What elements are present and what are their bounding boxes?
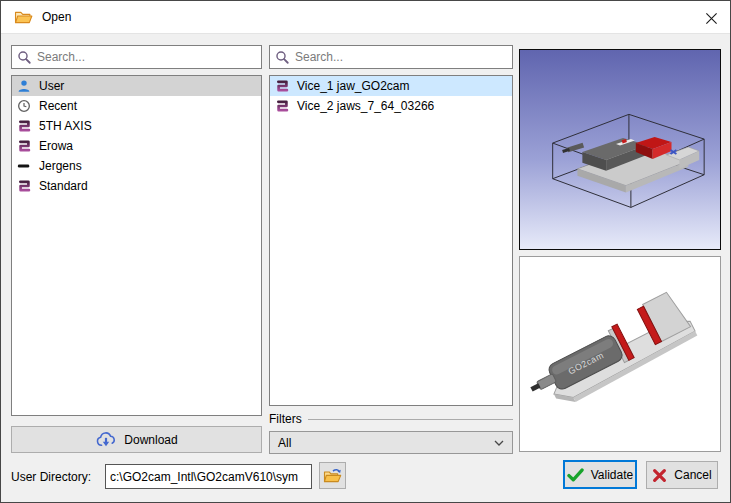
sidebar-item-erowa[interactable]: Erowa <box>12 136 261 156</box>
search-icon <box>275 50 290 65</box>
browse-folder-button[interactable] <box>319 462 346 489</box>
filters-selected-option: All <box>278 436 291 450</box>
file-item-label: Vice_1 jaw_GO2cam <box>297 79 410 93</box>
go2cam-logo-icon <box>17 119 31 133</box>
open-folder-icon <box>14 10 33 25</box>
preview-3d-shaded <box>519 49 721 250</box>
sidebar-item-label: 5TH AXIS <box>39 119 92 133</box>
open-dialog: Open <box>0 0 731 503</box>
sidebar-item-5th-axis[interactable]: 5TH AXIS <box>12 116 261 136</box>
file-item-label: Vice_2 jaws_7_64_03266 <box>297 99 434 113</box>
sidebar-item-label: Erowa <box>39 139 73 153</box>
filters-select[interactable]: All <box>269 431 513 454</box>
go2cam-logo-icon <box>17 179 31 193</box>
file-search-input[interactable] <box>295 46 512 68</box>
search-icon <box>17 50 32 65</box>
file-search <box>269 45 513 69</box>
sidebar-item-jergens[interactable]: Jergens <box>12 156 261 176</box>
cancel-label: Cancel <box>674 468 711 482</box>
user-icon <box>17 79 31 93</box>
sidebar-item-user[interactable]: User <box>12 76 261 96</box>
sidebar-item-label: Standard <box>39 179 88 193</box>
cloud-download-icon <box>95 431 117 448</box>
validate-label: Validate <box>591 468 633 482</box>
category-search-input[interactable] <box>37 46 261 68</box>
sidebar-item-standard[interactable]: Standard <box>12 176 261 196</box>
sidebar-item-label: Recent <box>39 99 77 113</box>
sidebar-item-recent[interactable]: Recent <box>12 96 261 116</box>
category-list: User Recent 5TH AXIS <box>11 75 262 416</box>
download-label: Download <box>124 433 177 447</box>
window-title: Open <box>42 10 71 24</box>
check-icon <box>567 468 584 482</box>
x-icon <box>652 468 667 483</box>
validate-button[interactable]: Validate <box>563 460 637 489</box>
filters-label: Filters <box>269 412 302 426</box>
file-list: Vice_1 jaw_GO2cam Vice_2 jaws_7_64_03266 <box>269 75 513 406</box>
titlebar: Open <box>1 1 730 34</box>
file-item-vice-1[interactable]: Vice_1 jaw_GO2cam <box>270 76 512 96</box>
download-button[interactable]: Download <box>11 426 262 453</box>
open-folder-icon <box>323 468 342 484</box>
vice-model: GO2cam <box>520 289 699 417</box>
sidebar-item-label: Jergens <box>39 159 82 173</box>
close-icon[interactable] <box>699 6 723 30</box>
filters-groupline <box>308 419 513 420</box>
file-item-vice-2[interactable]: Vice_2 jaws_7_64_03266 <box>270 96 512 116</box>
jergens-bar-icon <box>17 159 31 173</box>
category-search <box>11 45 262 69</box>
chevron-down-icon <box>494 440 504 446</box>
cancel-button[interactable]: Cancel <box>646 461 718 489</box>
user-directory-label: User Directory: <box>11 470 91 484</box>
user-directory-input[interactable] <box>105 464 312 489</box>
go2cam-logo-icon <box>17 139 31 153</box>
preview-3d-model: GO2cam <box>519 256 721 452</box>
sidebar-item-label: User <box>39 79 64 93</box>
clock-icon <box>17 99 31 113</box>
go2cam-logo-icon <box>275 99 289 113</box>
go2cam-logo-icon <box>275 79 289 93</box>
